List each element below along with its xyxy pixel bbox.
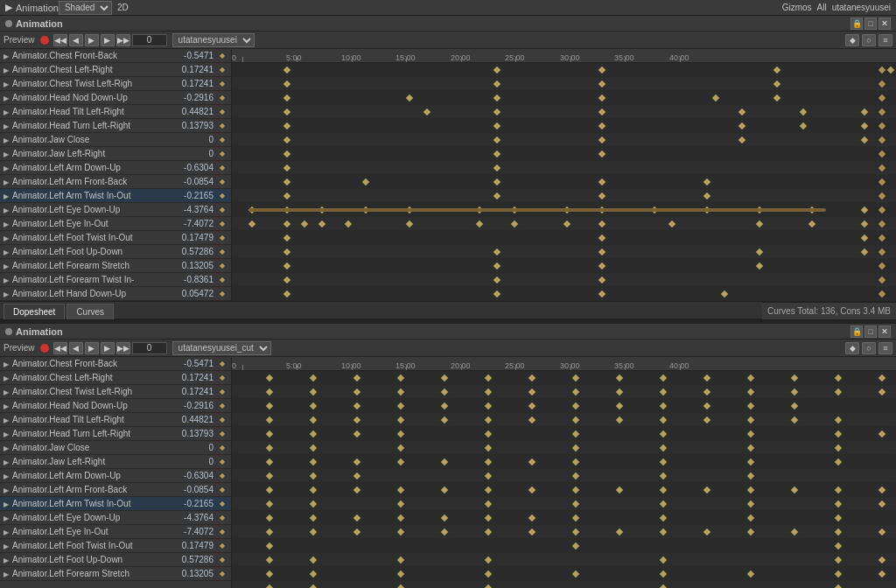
track-row[interactable] bbox=[232, 77, 896, 91]
keyframe-diamond[interactable] bbox=[266, 458, 273, 466]
keyframe-diamond[interactable] bbox=[878, 528, 886, 536]
keyframe-diamond[interactable] bbox=[310, 514, 317, 522]
keyframe-diamond[interactable] bbox=[704, 178, 710, 186]
keyframe-diamond[interactable] bbox=[494, 262, 500, 270]
lock-icon[interactable]: 🔒 bbox=[850, 18, 863, 30]
keyframe-diamond[interactable] bbox=[747, 458, 754, 466]
keyframe-diamond[interactable] bbox=[310, 430, 317, 438]
keyframe-diamond[interactable] bbox=[598, 262, 606, 270]
keyframe-diamond[interactable] bbox=[861, 220, 868, 228]
prop-row[interactable]: ▶Animator.Head Tilt Left-Right0.44821◆ bbox=[0, 105, 231, 119]
time-field-1[interactable] bbox=[132, 34, 167, 46]
record-button-1[interactable] bbox=[40, 36, 49, 45]
keyframe-diamond[interactable] bbox=[397, 388, 404, 396]
prop-keyframe-btn[interactable]: ◆ bbox=[217, 149, 228, 159]
keyframe-diamond[interactable] bbox=[704, 388, 710, 396]
keyframe-diamond[interactable] bbox=[528, 458, 536, 466]
keyframe-diamond[interactable] bbox=[494, 178, 500, 186]
keyframe-diamond[interactable] bbox=[598, 122, 606, 130]
track-row[interactable] bbox=[232, 63, 896, 77]
keyframe-nav-1[interactable]: ○ bbox=[862, 34, 876, 46]
keyframe-diamond[interactable] bbox=[616, 416, 623, 424]
tracks-2[interactable] bbox=[232, 371, 896, 588]
keyframe-diamond-end[interactable] bbox=[878, 122, 886, 130]
keyframe-diamond[interactable] bbox=[494, 290, 500, 298]
keyframe-diamond[interactable] bbox=[835, 374, 842, 382]
keyframe-diamond[interactable] bbox=[284, 248, 290, 256]
close-icon[interactable]: ✕ bbox=[878, 18, 891, 30]
keyframe-diamond[interactable] bbox=[485, 528, 492, 536]
prop-row[interactable]: ▶Animator.Left Arm Down-Up-0.6304◆ bbox=[0, 161, 231, 175]
track-row[interactable] bbox=[232, 147, 896, 161]
track-row[interactable] bbox=[232, 427, 896, 441]
track-row[interactable] bbox=[232, 553, 896, 567]
keyframe-diamond[interactable] bbox=[878, 388, 886, 396]
track-row[interactable] bbox=[232, 455, 896, 469]
prop-row[interactable]: ▶Animator.Left Eye In-Out-7.4072◆ bbox=[0, 217, 231, 231]
keyframe-diamond[interactable] bbox=[598, 94, 606, 102]
keyframe-diamond[interactable] bbox=[598, 66, 606, 74]
keyframe-diamond[interactable] bbox=[266, 486, 273, 494]
keyframe-diamond-end[interactable] bbox=[878, 66, 886, 74]
keyframe-diamond[interactable] bbox=[266, 500, 273, 508]
keyframe-diamond[interactable] bbox=[598, 234, 606, 242]
keyframe-diamond[interactable] bbox=[747, 570, 754, 578]
keyframe-diamond-end[interactable] bbox=[878, 248, 886, 256]
keyframe-diamond[interactable] bbox=[564, 220, 570, 228]
keyframe-diamond[interactable] bbox=[406, 94, 413, 102]
prop-keyframe-btn[interactable]: ◆ bbox=[217, 569, 228, 579]
keyframe-diamond[interactable] bbox=[310, 472, 317, 480]
keyframe-diamond[interactable] bbox=[747, 430, 754, 438]
keyframe-diamond[interactable] bbox=[485, 556, 492, 564]
keyframe-diamond[interactable] bbox=[835, 416, 842, 424]
keyframe-diamond[interactable] bbox=[284, 192, 290, 200]
keyframe-diamond[interactable] bbox=[738, 136, 746, 144]
keyframe-diamond[interactable] bbox=[441, 388, 448, 396]
keyframe-diamond[interactable] bbox=[598, 108, 606, 116]
keyframe-diamond[interactable] bbox=[878, 486, 886, 494]
track-row[interactable] bbox=[232, 441, 896, 455]
keyframe-diamond[interactable] bbox=[397, 570, 404, 578]
prop-row[interactable]: ▶Animator.Left Foot Twist In-Out0.17479◆ bbox=[0, 231, 231, 245]
track-row[interactable] bbox=[232, 539, 896, 553]
keyframe-diamond[interactable] bbox=[791, 528, 798, 536]
tab-curves-1[interactable]: Curves bbox=[66, 304, 114, 319]
keyframe-diamond[interactable] bbox=[266, 402, 273, 410]
keyframe-diamond[interactable] bbox=[494, 122, 500, 130]
keyframe-diamond-end[interactable] bbox=[878, 220, 886, 228]
close-icon-2[interactable]: ✕ bbox=[878, 326, 891, 338]
keyframe-diamond[interactable] bbox=[747, 402, 754, 410]
track-row[interactable] bbox=[232, 161, 896, 175]
keyframe-diamond[interactable] bbox=[598, 276, 606, 284]
keyframe-diamond[interactable] bbox=[835, 556, 842, 564]
keyframe-diamond[interactable] bbox=[284, 136, 290, 144]
keyframe-diamond[interactable] bbox=[397, 430, 404, 438]
keyframe-diamond[interactable] bbox=[616, 528, 623, 536]
prop-row[interactable]: ▶Animator.Jaw Left-Right0◆ bbox=[0, 455, 231, 469]
keyframe-diamond[interactable] bbox=[284, 66, 290, 74]
keyframe-diamond[interactable] bbox=[485, 416, 492, 424]
keyframe-diamond[interactable] bbox=[485, 514, 492, 522]
keyframe-diamond[interactable] bbox=[310, 374, 317, 382]
keyframe-diamond[interactable] bbox=[660, 430, 667, 438]
keyframe-diamond[interactable] bbox=[774, 80, 780, 88]
next-keyframe-1[interactable]: ▶▶ bbox=[116, 34, 130, 46]
keyframe-diamond[interactable] bbox=[660, 388, 667, 396]
prop-row[interactable]: ▶Animator.Jaw Close0◆ bbox=[0, 441, 231, 455]
prop-keyframe-btn[interactable]: ◆ bbox=[217, 415, 228, 425]
keyframe-diamond[interactable] bbox=[284, 164, 290, 172]
keyframe-diamond[interactable] bbox=[887, 66, 894, 74]
keyframe-diamond[interactable] bbox=[528, 416, 536, 424]
keyframe-diamond[interactable] bbox=[441, 528, 448, 536]
keyframe-diamond[interactable] bbox=[660, 402, 667, 410]
keyframe-diamond[interactable] bbox=[791, 402, 798, 410]
keyframe-diamond[interactable] bbox=[616, 486, 623, 494]
keyframe-diamond[interactable] bbox=[494, 276, 500, 284]
keyframe-diamond[interactable] bbox=[397, 416, 404, 424]
keyframe-diamond[interactable] bbox=[572, 416, 579, 424]
keyframe-diamond[interactable] bbox=[441, 486, 448, 494]
keyframe-diamond[interactable] bbox=[572, 542, 579, 550]
tracks-1[interactable] bbox=[232, 63, 896, 301]
track-row[interactable] bbox=[232, 133, 896, 147]
keyframe-diamond[interactable] bbox=[598, 178, 606, 186]
